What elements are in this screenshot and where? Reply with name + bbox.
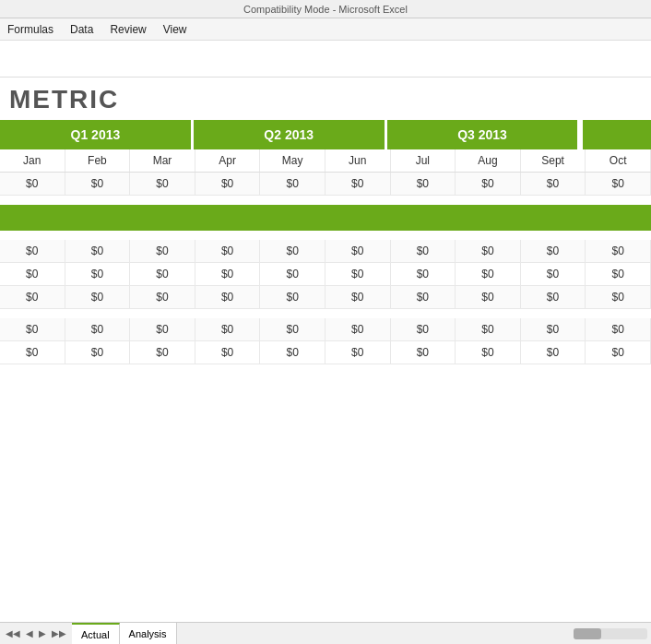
cell-s3r0c2[interactable]: $0 bbox=[130, 318, 195, 340]
cell-s2r0c3[interactable]: $0 bbox=[195, 240, 261, 262]
cell-r0-c0[interactable]: $0 bbox=[0, 173, 65, 195]
title-text: Compatibility Mode - Microsoft Excel bbox=[243, 4, 408, 15]
cell-s3r0c6[interactable]: $0 bbox=[391, 318, 456, 340]
cell-r0-c2[interactable]: $0 bbox=[130, 173, 195, 195]
cell-s2r2c8[interactable]: $0 bbox=[521, 286, 586, 308]
cell-s2r2c2[interactable]: $0 bbox=[130, 286, 195, 308]
toolbar bbox=[0, 41, 651, 78]
cell-r0-c8[interactable]: $0 bbox=[521, 173, 586, 195]
cell-s3r0c5[interactable]: $0 bbox=[326, 318, 391, 340]
cell-r0-c3[interactable]: $0 bbox=[195, 173, 261, 195]
cell-r0-c7[interactable]: $0 bbox=[456, 173, 521, 195]
cell-s2r0c5[interactable]: $0 bbox=[326, 240, 391, 262]
table-row: $0 $0 $0 $0 $0 $0 $0 $0 $0 $0 bbox=[0, 286, 651, 309]
table-row: $0 $0 $0 $0 $0 $0 $0 $0 $0 $0 bbox=[0, 341, 651, 364]
cell-s3r0c7[interactable]: $0 bbox=[456, 318, 521, 340]
cell-s3r1c0[interactable]: $0 bbox=[0, 341, 65, 364]
horizontal-scrollbar[interactable] bbox=[574, 628, 647, 639]
row-gap-1 bbox=[0, 196, 651, 205]
cell-s2r2c1[interactable]: $0 bbox=[65, 286, 131, 308]
menu-formulas[interactable]: Formulas bbox=[7, 23, 53, 36]
cell-s2r2c7[interactable]: $0 bbox=[456, 286, 521, 308]
cell-s2r2c0[interactable]: $0 bbox=[0, 286, 65, 308]
cell-s3r1c1[interactable]: $0 bbox=[65, 341, 131, 364]
row-gap-2 bbox=[0, 231, 651, 240]
cell-s2r1c0[interactable]: $0 bbox=[0, 263, 65, 285]
bottom-bar: ◀◀ ◀ ▶ ▶▶ Actual Analysis bbox=[0, 622, 651, 644]
data-section-2: $0 $0 $0 $0 $0 $0 $0 $0 $0 $0 $0 $0 $0 $… bbox=[0, 240, 651, 309]
month-feb: Feb bbox=[65, 149, 131, 172]
month-apr: Apr bbox=[195, 149, 261, 172]
cell-s2r0c4[interactable]: $0 bbox=[260, 240, 326, 262]
cell-s2r2c5[interactable]: $0 bbox=[326, 286, 391, 308]
cell-r0-c1[interactable]: $0 bbox=[65, 173, 131, 195]
cell-s2r1c4[interactable]: $0 bbox=[260, 263, 326, 285]
month-jan: Jan bbox=[0, 149, 65, 172]
scrollbar-thumb[interactable] bbox=[574, 628, 601, 639]
spreadsheet: Q1 2013 Q2 2013 Q3 2013 Jan Feb Mar Apr … bbox=[0, 120, 651, 364]
cell-s2r2c9[interactable]: $0 bbox=[586, 286, 651, 308]
row-gap-3 bbox=[0, 309, 651, 318]
tab-analysis[interactable]: Analysis bbox=[120, 623, 177, 644]
cell-s2r1c6[interactable]: $0 bbox=[391, 263, 456, 285]
title-bar: Compatibility Mode - Microsoft Excel bbox=[0, 0, 651, 18]
cell-r0-c9[interactable]: $0 bbox=[586, 173, 651, 195]
cell-s3r0c3[interactable]: $0 bbox=[195, 318, 261, 340]
cell-s2r0c7[interactable]: $0 bbox=[456, 240, 521, 262]
menu-view[interactable]: View bbox=[163, 23, 187, 36]
tab-arrow-last[interactable]: ▶▶ bbox=[50, 628, 68, 638]
cell-s3r1c7[interactable]: $0 bbox=[456, 341, 521, 364]
cell-s3r1c3[interactable]: $0 bbox=[195, 341, 261, 364]
cell-r0-c4[interactable]: $0 bbox=[260, 173, 326, 195]
cell-s3r0c1[interactable]: $0 bbox=[65, 318, 131, 340]
cell-s3r1c8[interactable]: $0 bbox=[521, 341, 586, 364]
cell-s3r0c9[interactable]: $0 bbox=[586, 318, 651, 340]
cell-s2r1c5[interactable]: $0 bbox=[326, 263, 391, 285]
cell-s3r1c6[interactable]: $0 bbox=[391, 341, 456, 364]
cell-r0-c5[interactable]: $0 bbox=[326, 173, 391, 195]
tab-arrow-first[interactable]: ◀◀ bbox=[4, 628, 22, 638]
cell-s2r0c9[interactable]: $0 bbox=[586, 240, 651, 262]
table-row: $0 $0 $0 $0 $0 $0 $0 $0 $0 $0 bbox=[0, 318, 651, 341]
cell-s3r1c5[interactable]: $0 bbox=[326, 341, 391, 364]
tab-actual[interactable]: Actual bbox=[72, 623, 120, 644]
quarter-q2: Q2 2013 bbox=[194, 120, 387, 149]
quarter-q1: Q1 2013 bbox=[0, 120, 194, 149]
cell-s2r0c6[interactable]: $0 bbox=[391, 240, 456, 262]
cell-s2r1c7[interactable]: $0 bbox=[456, 263, 521, 285]
cell-s2r0c8[interactable]: $0 bbox=[521, 240, 586, 262]
tab-arrow-next[interactable]: ▶ bbox=[37, 628, 48, 638]
top-data-row: $0 $0 $0 $0 $0 $0 $0 $0 $0 $0 bbox=[0, 173, 651, 196]
table-row: $0 $0 $0 $0 $0 $0 $0 $0 $0 $0 bbox=[0, 240, 651, 263]
cell-s2r1c2[interactable]: $0 bbox=[130, 263, 195, 285]
cell-r0-c6[interactable]: $0 bbox=[391, 173, 456, 195]
cell-s3r1c4[interactable]: $0 bbox=[260, 341, 326, 364]
app-title-container: METRIC bbox=[0, 78, 651, 120]
cell-s3r1c9[interactable]: $0 bbox=[586, 341, 651, 364]
cell-s2r1c8[interactable]: $0 bbox=[521, 263, 586, 285]
menu-data[interactable]: Data bbox=[70, 23, 93, 36]
cell-s2r2c6[interactable]: $0 bbox=[391, 286, 456, 308]
cell-s3r0c8[interactable]: $0 bbox=[521, 318, 586, 340]
menu-review[interactable]: Review bbox=[110, 23, 146, 36]
cell-s3r1c2[interactable]: $0 bbox=[130, 341, 195, 364]
cell-s2r2c4[interactable]: $0 bbox=[260, 286, 326, 308]
horizontal-scroll-area bbox=[177, 628, 651, 639]
tab-navigation[interactable]: ◀◀ ◀ ▶ ▶▶ bbox=[0, 628, 72, 638]
month-mar: Mar bbox=[130, 149, 195, 172]
cell-s2r2c3[interactable]: $0 bbox=[195, 286, 261, 308]
cell-s3r0c0[interactable]: $0 bbox=[0, 318, 65, 340]
tab-arrow-prev[interactable]: ◀ bbox=[24, 628, 35, 638]
cell-s2r1c9[interactable]: $0 bbox=[586, 263, 651, 285]
month-jul: Jul bbox=[391, 149, 456, 172]
cell-s2r0c1[interactable]: $0 bbox=[65, 240, 131, 262]
cell-s2r1c3[interactable]: $0 bbox=[195, 263, 261, 285]
menu-bar: Formulas Data Review View bbox=[0, 18, 651, 41]
cell-s3r0c4[interactable]: $0 bbox=[260, 318, 326, 340]
cell-s2r0c2[interactable]: $0 bbox=[130, 240, 195, 262]
cell-s2r0c0[interactable]: $0 bbox=[0, 240, 65, 262]
month-header-row: Jan Feb Mar Apr May Jun Jul Aug Sept Oct bbox=[0, 149, 651, 173]
data-section-3: $0 $0 $0 $0 $0 $0 $0 $0 $0 $0 $0 $0 $0 $… bbox=[0, 318, 651, 364]
cell-s2r1c1[interactable]: $0 bbox=[65, 263, 131, 285]
quarter-q3: Q3 2013 bbox=[387, 120, 581, 149]
